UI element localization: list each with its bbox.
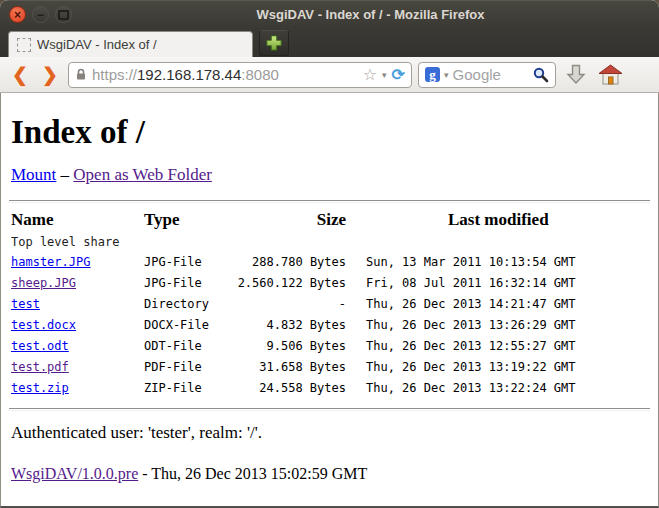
google-engine-icon[interactable]: g — [425, 67, 440, 82]
server-date: - Thu, 26 Dec 2013 15:02:59 GMT — [138, 465, 367, 482]
new-tab-button[interactable] — [259, 30, 289, 56]
table-row: test.pdfPDF-File31.658 BytesThu, 26 Dec … — [11, 357, 648, 378]
tab-bar: WsgiDAV - Index of / — [0, 28, 659, 57]
page-title: Index of / — [11, 114, 648, 151]
file-name-cell: test.zip — [11, 378, 144, 399]
file-modified-cell: Fri, 08 Jul 2011 16:32:14 GMT — [366, 273, 576, 294]
table-row: test.zipZIP-File24.558 BytesThu, 26 Dec … — [11, 378, 648, 399]
file-name-cell: hamster.JPG — [11, 252, 144, 273]
table-header-row: Name Type Size Last modified — [11, 210, 648, 230]
file-modified-cell: Sun, 13 Mar 2011 10:13:54 GMT — [366, 252, 576, 273]
file-modified-cell: Thu, 26 Dec 2013 13:26:29 GMT — [366, 315, 576, 336]
col-header-name: Name — [11, 210, 144, 230]
search-bar[interactable]: g ▾ Google — [418, 62, 556, 88]
col-header-type: Type — [144, 210, 231, 230]
file-type-cell: JPG-File — [144, 273, 231, 294]
file-rows: hamster.JPGJPG-File288.780 BytesSun, 13 … — [11, 252, 648, 399]
open-as-web-folder-link[interactable]: Open as Web Folder — [73, 165, 212, 184]
file-type-cell: DOCX-File — [144, 315, 231, 336]
table-row: testDirectory-Thu, 26 Dec 2013 14:21:47 … — [11, 294, 648, 315]
action-links: Mount – Open as Web Folder — [11, 165, 648, 185]
file-modified-cell: Thu, 26 Dec 2013 14:21:47 GMT — [366, 294, 576, 315]
window-title: WsgiDAV - Index of / - Mozilla Firefox — [12, 7, 659, 22]
file-size-cell: 4.832 Bytes — [231, 315, 346, 336]
file-size-cell: 31.658 Bytes — [231, 357, 346, 378]
file-type-cell: JPG-File — [144, 252, 231, 273]
bookmark-star-icon[interactable]: ☆ — [363, 67, 377, 83]
table-row: test.docxDOCX-File4.832 BytesThu, 26 Dec… — [11, 315, 648, 336]
file-name-cell: test.docx — [11, 315, 144, 336]
directory-table: Name Type Size Last modified Top level s… — [11, 210, 648, 399]
home-icon — [598, 64, 623, 86]
file-name-cell: sheep.JPG — [11, 273, 144, 294]
table-row: hamster.JPGJPG-File288.780 BytesSun, 13 … — [11, 252, 648, 273]
back-button[interactable]: ❮ — [8, 63, 32, 87]
url-port: :8080 — [241, 66, 279, 83]
col-header-size: Size — [231, 210, 346, 230]
file-link[interactable]: sheep.JPG — [11, 276, 76, 290]
file-type-cell: ODT-File — [144, 336, 231, 357]
file-modified-cell: Thu, 26 Dec 2013 12:55:27 GMT — [366, 336, 576, 357]
tab-wsgidav[interactable]: WsgiDAV - Index of / — [8, 31, 253, 57]
wsgidav-version-link[interactable]: WsgiDAV/1.0.0.pre — [11, 465, 138, 482]
file-name-cell: test — [11, 294, 144, 315]
file-type-cell: Directory — [144, 294, 231, 315]
auth-status: Authenticated user: 'tester', realm: '/'… — [11, 423, 648, 443]
file-size-cell: 2.560.122 Bytes — [231, 273, 346, 294]
file-size-cell: - — [231, 294, 346, 315]
file-link[interactable]: test.odt — [11, 339, 69, 353]
table-row: test.odtODT-File9.506 BytesThu, 26 Dec 2… — [11, 336, 648, 357]
search-input[interactable]: Google — [453, 66, 529, 83]
home-button[interactable] — [596, 61, 624, 89]
page-content: Index of / Mount – Open as Web Folder Na… — [0, 93, 659, 508]
file-link[interactable]: test — [11, 297, 40, 311]
file-size-cell: 288.780 Bytes — [231, 252, 346, 273]
download-arrow-icon — [566, 64, 586, 86]
lock-icon — [75, 68, 87, 81]
url-bar[interactable]: https://192.168.178.44:8080 ☆ ▾ ⟳ — [68, 62, 412, 88]
reload-icon[interactable]: ⟳ — [392, 67, 405, 83]
link-separator: – — [56, 165, 73, 184]
file-type-cell: PDF-File — [144, 357, 231, 378]
server-signature: WsgiDAV/1.0.0.pre - Thu, 26 Dec 2013 15:… — [11, 465, 648, 483]
share-label: Top level share — [11, 232, 648, 252]
mount-link[interactable]: Mount — [11, 165, 56, 184]
file-link[interactable]: test.pdf — [11, 360, 69, 374]
forward-button[interactable]: ❯ — [38, 63, 62, 87]
divider-bottom — [9, 408, 650, 411]
file-type-cell: ZIP-File — [144, 378, 231, 399]
download-button[interactable] — [562, 61, 590, 89]
divider-top — [9, 200, 650, 203]
plus-icon — [266, 35, 282, 51]
file-name-cell: test.pdf — [11, 357, 144, 378]
file-link[interactable]: hamster.JPG — [11, 255, 90, 269]
urlbar-dropdown-icon[interactable]: ▾ — [382, 70, 387, 80]
file-modified-cell: Thu, 26 Dec 2013 13:22:24 GMT — [366, 378, 576, 399]
search-icon[interactable] — [533, 67, 549, 83]
table-row: sheep.JPGJPG-File2.560.122 BytesFri, 08 … — [11, 273, 648, 294]
file-link[interactable]: test.docx — [11, 318, 76, 332]
col-header-modified: Last modified — [448, 210, 549, 230]
favicon-placeholder-icon — [17, 38, 31, 52]
titlebar[interactable]: × − WsgiDAV - Index of / - Mozilla Firef… — [0, 0, 659, 28]
navigation-toolbar: ❮ ❯ https://192.168.178.44:8080 ☆ ▾ ⟳ g … — [0, 57, 659, 93]
url-text[interactable]: https://192.168.178.44:8080 — [92, 66, 358, 83]
search-engine-dropdown-icon[interactable]: ▾ — [444, 70, 449, 80]
tab-label: WsgiDAV - Index of / — [37, 37, 157, 52]
file-link[interactable]: test.zip — [11, 381, 69, 395]
file-size-cell: 24.558 Bytes — [231, 378, 346, 399]
firefox-window: × − WsgiDAV - Index of / - Mozilla Firef… — [0, 0, 659, 508]
file-size-cell: 9.506 Bytes — [231, 336, 346, 357]
url-host: 192.168.178.44 — [137, 66, 241, 83]
url-scheme: https:// — [92, 66, 137, 83]
file-name-cell: test.odt — [11, 336, 144, 357]
file-modified-cell: Thu, 26 Dec 2013 13:19:22 GMT — [366, 357, 576, 378]
